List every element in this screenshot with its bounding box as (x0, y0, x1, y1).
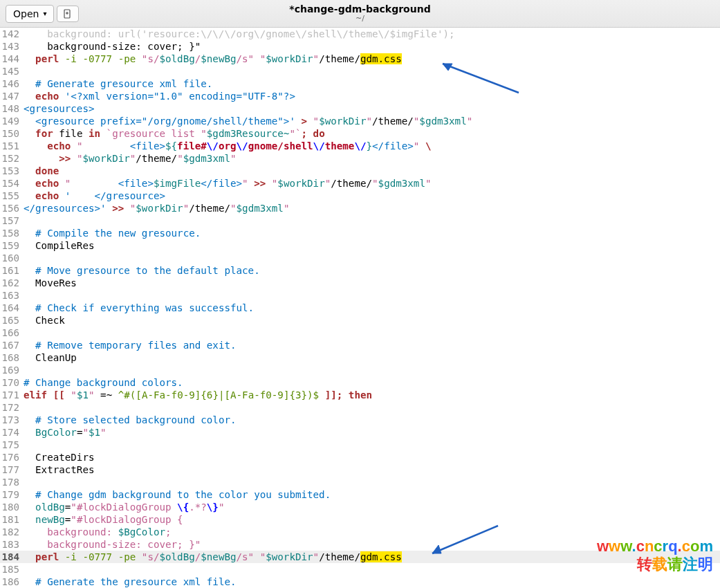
code-content (24, 401, 720, 414)
code-line[interactable]: 172 (0, 401, 720, 414)
code-line[interactable]: 162 MoveRes (0, 277, 720, 289)
code-content (24, 476, 720, 488)
code-line[interactable]: 171elif [[ "$1" =~ ^#([A-Fa-f0-9]{6}|[A-… (0, 389, 720, 401)
code-line[interactable]: 151 echo " <file>${file#\/org\/gnome/she… (0, 140, 720, 152)
code-content: # Change background colors. (24, 376, 720, 389)
code-line[interactable]: 180 oldBg="#lockDialogGroup \{.*?\}" (0, 501, 720, 513)
code-line[interactable]: 154 echo " <file>$imgFile</file>" >> "$w… (0, 177, 720, 190)
code-content (24, 65, 720, 77)
document-path: ~/ (289, 15, 430, 23)
code-content (24, 289, 720, 302)
watermark-line1: www.cncrq.com (597, 538, 713, 555)
code-line[interactable]: 161 # Move gresource to the default plac… (0, 264, 720, 277)
line-number: 143 (0, 40, 24, 53)
line-number: 176 (0, 451, 24, 463)
code-line[interactable]: 174 BgColor="$1" (0, 426, 720, 439)
line-number: 175 (0, 439, 24, 451)
code-content (24, 364, 720, 376)
new-tab-button[interactable] (57, 6, 79, 22)
code-content: # Check if everything was successful. (24, 302, 720, 314)
line-number: 163 (0, 289, 24, 302)
code-content: for file in `gresource list "$gdm3Resour… (24, 127, 720, 140)
code-line[interactable]: 147 echo '<?xml version="1.0" encoding="… (0, 90, 720, 102)
code-content: CreateDirs (24, 451, 720, 463)
watermark: www.cncrq.com 转载请注明 (597, 538, 713, 573)
code-line[interactable]: 173 # Store selected background color. (0, 414, 720, 426)
line-number: 146 (0, 77, 24, 90)
line-number: 182 (0, 526, 24, 538)
code-line[interactable]: 153 done (0, 165, 720, 177)
code-editor[interactable]: 142 background: url('resource:\/\/\/org\… (0, 28, 720, 588)
chevron-down-icon: ▾ (43, 10, 46, 17)
line-number: 151 (0, 140, 24, 152)
line-number: 159 (0, 239, 24, 252)
code-content: # Remove temporary files and exit. (24, 339, 720, 351)
code-line[interactable]: 179 # Change gdm background to the color… (0, 488, 720, 501)
code-content: # Generate gresource xml file. (24, 77, 720, 90)
code-content: echo '<?xml version="1.0" encoding="UTF-… (24, 90, 720, 102)
line-number: 169 (0, 364, 24, 376)
open-button[interactable]: Open ▾ (6, 5, 54, 23)
code-content: >> "$workDir"/theme/"$gdm3xml" (24, 152, 720, 165)
code-line[interactable]: 164 # Check if everything was successful… (0, 302, 720, 314)
code-line[interactable]: 155 echo ' </gresource> (0, 190, 720, 202)
code-line[interactable]: 143 background-size: cover; }" (0, 40, 720, 53)
code-line[interactable]: 168 CleanUp (0, 351, 720, 364)
line-number: 147 (0, 90, 24, 102)
line-number: 166 (0, 327, 24, 339)
code-line[interactable]: 186 # Generate the gresource xml file. (0, 576, 720, 588)
code-line[interactable]: 166 (0, 327, 720, 339)
code-line[interactable]: 163 (0, 289, 720, 302)
code-line[interactable]: 148<gresources> (0, 102, 720, 115)
code-content (24, 327, 720, 339)
code-content: echo " <file>${file#\/org\/gnome/shell\/… (24, 140, 720, 152)
code-line[interactable]: 175 (0, 439, 720, 451)
code-content: # Compile the new gresource. (24, 227, 720, 239)
code-line[interactable]: 177 ExtractRes (0, 463, 720, 476)
header-bar: Open ▾ *change-gdm-background ~/ (0, 0, 720, 28)
code-line[interactable]: 156</gresources>' >> "$workDir"/theme/"$… (0, 202, 720, 214)
line-number: 178 (0, 476, 24, 488)
code-line[interactable]: 144 perl -i -0777 -pe "s/$oldBg/$newBg/s… (0, 53, 720, 65)
code-line[interactable]: 145 (0, 65, 720, 77)
line-number: 171 (0, 389, 24, 401)
code-line[interactable]: 157 (0, 214, 720, 227)
code-line[interactable]: 159 CompileRes (0, 239, 720, 252)
code-content: background: url('resource:\/\/\/org\/gno… (24, 28, 720, 40)
code-line[interactable]: 167 # Remove temporary files and exit. (0, 339, 720, 351)
code-line[interactable]: 169 (0, 364, 720, 376)
code-line[interactable]: 181 newBg="#lockDialogGroup { (0, 513, 720, 526)
code-content: # Store selected background color. (24, 414, 720, 426)
code-line[interactable]: 146 # Generate gresource xml file. (0, 77, 720, 90)
line-number: 157 (0, 214, 24, 227)
code-line[interactable]: 176 CreateDirs (0, 451, 720, 463)
code-line[interactable]: 150 for file in `gresource list "$gdm3Re… (0, 127, 720, 140)
code-line[interactable]: 182 background: $BgColor; (0, 526, 720, 538)
line-number: 180 (0, 501, 24, 513)
line-number: 156 (0, 202, 24, 214)
line-number: 162 (0, 277, 24, 289)
code-content: oldBg="#lockDialogGroup \{.*?\}" (24, 501, 720, 513)
code-content: elif [[ "$1" =~ ^#([A-Fa-f0-9]{6}|[A-Fa-… (24, 389, 720, 401)
code-line[interactable]: 165 Check (0, 314, 720, 327)
code-content: echo " <file>$imgFile</file>" >> "$workD… (24, 177, 720, 190)
line-number: 183 (0, 538, 24, 551)
code-line[interactable]: 178 (0, 476, 720, 488)
code-content: ExtractRes (24, 463, 720, 476)
line-number: 185 (0, 563, 24, 576)
line-number: 172 (0, 401, 24, 414)
line-number: 174 (0, 426, 24, 439)
code-line[interactable]: 152 >> "$workDir"/theme/"$gdm3xml" (0, 152, 720, 165)
code-content (24, 439, 720, 451)
code-content: # Generate the gresource xml file. (24, 576, 720, 588)
code-line[interactable]: 170# Change background colors. (0, 376, 720, 389)
code-content: CleanUp (24, 351, 720, 364)
code-line[interactable]: 149 <gresource prefix="/org/gnome/shell/… (0, 115, 720, 127)
code-content (24, 214, 720, 227)
code-line[interactable]: 160 (0, 252, 720, 264)
line-number: 165 (0, 314, 24, 327)
code-content: # Move gresource to the default place. (24, 264, 720, 277)
code-line[interactable]: 158 # Compile the new gresource. (0, 227, 720, 239)
code-line[interactable]: 142 background: url('resource:\/\/\/org\… (0, 28, 720, 40)
line-number: 184 (0, 551, 24, 563)
